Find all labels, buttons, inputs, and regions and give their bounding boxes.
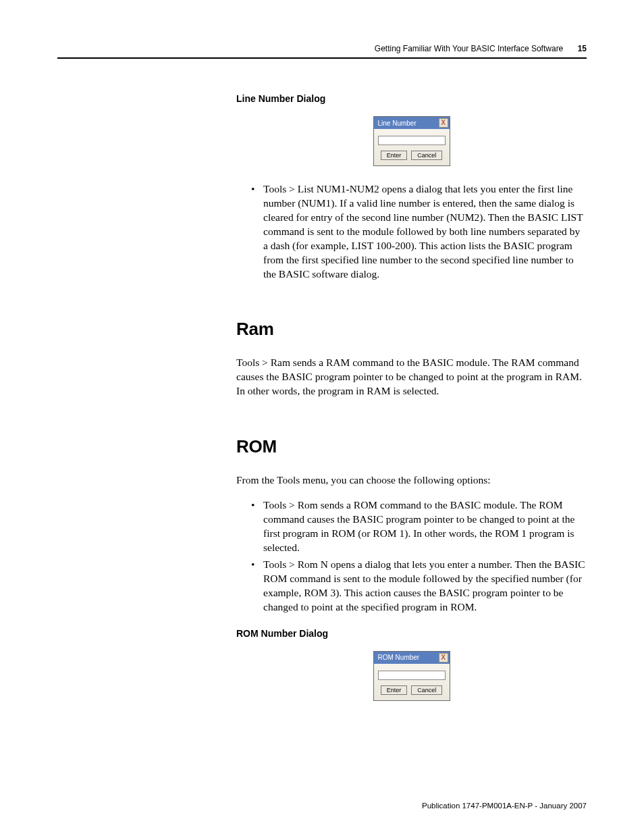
list-section-bullets: Tools > List NUM1-NUM2 opens a dialog th…	[236, 182, 587, 281]
rom-number-input[interactable]	[378, 671, 446, 680]
dialog-title: Line Number	[378, 120, 417, 127]
dialog-titlebar: Line Number X	[374, 117, 450, 129]
page-content: Line Number Dialog Line Number X Enter C…	[236, 93, 587, 717]
dialog-buttons: Enter Cancel	[378, 685, 446, 695]
close-icon[interactable]: X	[439, 653, 448, 662]
line-number-dialog-heading: Line Number Dialog	[236, 93, 587, 104]
dialog-body: Enter Cancel	[374, 129, 450, 165]
page-header: Getting Familiar With Your BASIC Interfa…	[375, 44, 587, 53]
rom-heading: ROM	[236, 436, 587, 457]
dialog-buttons: Enter Cancel	[378, 151, 446, 160]
dialog-titlebar: ROM Number X	[374, 652, 450, 664]
rom-bullets: Tools > Rom sends a ROM command to the B…	[236, 498, 587, 614]
rom-number-dialog-heading: ROM Number Dialog	[236, 628, 587, 639]
cancel-button[interactable]: Cancel	[411, 151, 442, 160]
enter-button[interactable]: Enter	[381, 151, 408, 160]
header-chapter-title: Getting Familiar With Your BASIC Interfa…	[375, 44, 563, 53]
list-item: Tools > List NUM1-NUM2 opens a dialog th…	[263, 182, 587, 281]
rom-number-dialog: ROM Number X Enter Cancel	[373, 651, 450, 701]
ram-paragraph: Tools > Ram sends a RAM command to the B…	[236, 356, 587, 398]
header-rule	[57, 57, 587, 59]
list-item: Tools > Rom N opens a dialog that lets y…	[263, 558, 587, 615]
ram-heading: Ram	[236, 319, 587, 340]
enter-button[interactable]: Enter	[381, 685, 408, 695]
line-number-dialog: Line Number X Enter Cancel	[373, 116, 450, 166]
line-number-dialog-figure: Line Number X Enter Cancel	[236, 116, 587, 166]
rom-intro-paragraph: From the Tools menu, you can choose the …	[236, 473, 587, 488]
dialog-title: ROM Number	[378, 654, 420, 661]
dialog-body: Enter Cancel	[374, 664, 450, 700]
list-item: Tools > Rom sends a ROM command to the B…	[263, 498, 587, 555]
close-icon[interactable]: X	[439, 118, 448, 128]
rom-number-dialog-figure: ROM Number X Enter Cancel	[236, 651, 587, 701]
publication-footer: Publication 1747-PM001A-EN-P - January 2…	[422, 802, 587, 810]
page-number: 15	[578, 44, 587, 53]
line-number-input[interactable]	[378, 136, 446, 145]
cancel-button[interactable]: Cancel	[411, 685, 442, 695]
